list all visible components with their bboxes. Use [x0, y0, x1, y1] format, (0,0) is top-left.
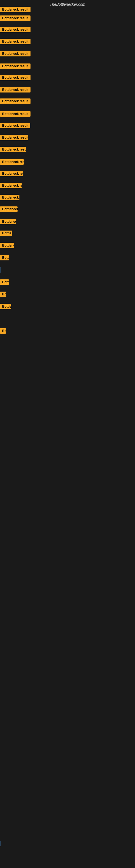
bottleneck-badge-28: Bo: [0, 328, 6, 334]
bottleneck-result-row-19: Bottlenec: [0, 219, 16, 225]
bottleneck-badge-16: Bottleneck re: [0, 183, 21, 188]
bottleneck-badge-19: Bottlenec: [0, 219, 16, 224]
bottleneck-badge-4: Bottleneck result: [0, 39, 31, 44]
cursor-line-23: [1, 267, 1, 273]
bottleneck-badge-18: Bottleneck: [0, 207, 17, 212]
bottleneck-badge-9: Bottleneck result: [0, 98, 31, 104]
bottleneck-result-row-20: Bottle: [0, 230, 12, 237]
bottleneck-badge-2: Bottleneck result: [0, 16, 31, 21]
bottleneck-badge-15: Bottleneck res: [0, 171, 23, 176]
bottleneck-badge-25: Bo: [0, 291, 6, 297]
bottleneck-result-row-26: Bottle: [0, 304, 11, 310]
cursor-line-70: [1, 841, 1, 846]
bottleneck-result-row-24: Bott: [0, 279, 9, 286]
bottleneck-result-row-17: Bottleneck r: [0, 195, 19, 201]
bottleneck-result-row-15: Bottleneck res: [0, 171, 23, 177]
bottleneck-result-row-7: Bottleneck result: [0, 75, 31, 82]
bottleneck-badge-20: Bottle: [0, 230, 12, 236]
bottleneck-result-row-25: Bo: [0, 291, 6, 298]
bottleneck-badge-1: Bottleneck result: [0, 7, 31, 12]
bottleneck-badge-10: Bottleneck result: [0, 111, 31, 117]
bottleneck-result-row-9: Bottleneck result: [0, 98, 31, 105]
bottleneck-result-row-6: Bottleneck result: [0, 63, 31, 70]
bottleneck-badge-11: Bottleneck result: [0, 123, 30, 128]
bottleneck-badge-6: Bottleneck result: [0, 63, 31, 69]
bottleneck-badge-3: Bottleneck result: [0, 27, 31, 32]
bottleneck-result-row-13: Bottleneck resu: [0, 147, 26, 153]
bottleneck-result-row-14: Bottleneck res: [0, 159, 24, 166]
bottleneck-result-row-3: Bottleneck result: [0, 27, 31, 33]
bottleneck-result-row-16: Bottleneck re: [0, 183, 21, 189]
bottleneck-badge-13: Bottleneck resu: [0, 147, 26, 152]
bottleneck-badge-22: Bott: [0, 255, 9, 260]
bottleneck-result-row-11: Bottleneck result: [0, 123, 30, 129]
bottleneck-result-row-4: Bottleneck result: [0, 39, 31, 45]
bottleneck-result-row-28: Bo: [0, 328, 6, 335]
bottleneck-badge-12: Bottleneck result: [0, 135, 28, 140]
bottleneck-result-row-21: Bottlene: [0, 243, 14, 249]
bottleneck-badge-24: Bott: [0, 279, 9, 285]
bottleneck-result-row-8: Bottleneck result: [0, 87, 31, 94]
bottleneck-badge-14: Bottleneck res: [0, 159, 24, 165]
bottleneck-result-row-2: Bottleneck result: [0, 16, 31, 22]
bottleneck-badge-26: Bottle: [0, 304, 11, 309]
bottleneck-result-row-12: Bottleneck result: [0, 135, 28, 141]
bottleneck-badge-17: Bottleneck r: [0, 195, 19, 200]
bottleneck-badge-7: Bottleneck result: [0, 75, 31, 80]
bottleneck-result-row-10: Bottleneck result: [0, 111, 31, 118]
bottleneck-result-row-18: Bottleneck: [0, 207, 17, 213]
bottleneck-result-row-5: Bottleneck result: [0, 51, 31, 58]
bottleneck-badge-21: Bottlene: [0, 243, 14, 248]
bottleneck-badge-8: Bottleneck result: [0, 87, 31, 93]
bottleneck-result-row-22: Bott: [0, 255, 9, 261]
bottleneck-badge-5: Bottleneck result: [0, 51, 31, 56]
bottleneck-result-row-1: Bottleneck result: [0, 7, 31, 13]
